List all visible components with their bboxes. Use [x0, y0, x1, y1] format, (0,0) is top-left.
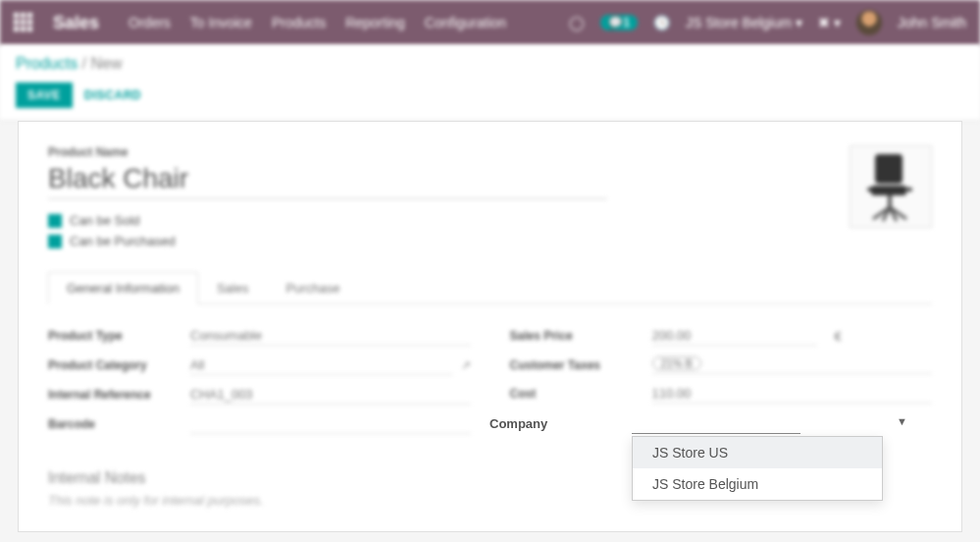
company-switcher[interactable]: JS Store Belgium ▾ [686, 15, 802, 30]
product-type-select[interactable] [190, 326, 471, 346]
apps-icon[interactable] [14, 13, 33, 32]
barcode-label: Barcode [48, 417, 190, 431]
tab-general[interactable]: General Information [48, 272, 198, 304]
breadcrumb: Products / New [16, 55, 964, 73]
breadcrumb-root[interactable]: Products [16, 55, 77, 72]
control-bar: Products / New SAVE DISCARD [0, 45, 980, 121]
product-name-label: Product Name [48, 145, 850, 159]
product-name-input[interactable]: Black Chair [48, 163, 607, 199]
activity-icon[interactable]: 🕓 [653, 15, 670, 30]
dropdown-option-us[interactable]: JS Store US [633, 437, 882, 468]
tabs: General Information Sales Purchase [48, 272, 932, 304]
breadcrumb-current: New [90, 55, 122, 72]
top-navbar: Sales Orders To Invoice Products Reporti… [0, 0, 980, 45]
menu-configuration[interactable]: Configuration [425, 15, 506, 30]
customer-taxes-label: Customer Taxes [510, 358, 652, 372]
avatar[interactable] [856, 10, 882, 35]
app-brand: Sales [53, 13, 99, 33]
tab-purchase[interactable]: Purchase [267, 272, 358, 303]
svg-rect-2 [888, 195, 892, 207]
menu-to-invoice[interactable]: To Invoice [190, 15, 252, 30]
save-button[interactable]: SAVE [16, 82, 73, 108]
discard-button[interactable]: DISCARD [84, 88, 141, 102]
company-label: Company [490, 416, 632, 431]
external-link-icon[interactable]: ↗ [461, 358, 471, 372]
company-input[interactable] [632, 412, 800, 434]
sales-price-label: Sales Price [510, 329, 652, 343]
chevron-down-icon[interactable]: ▼ [897, 415, 907, 427]
barcode-input[interactable] [190, 414, 471, 434]
category-label: Product Category [48, 358, 190, 372]
company-dropdown: JS Store US JS Store Belgium [632, 436, 883, 501]
menu-orders[interactable]: Orders [129, 15, 171, 30]
help-icon[interactable]: ◯ [569, 15, 585, 30]
debug-icon[interactable]: ✖ ▾ [818, 15, 841, 30]
checkbox-icon [48, 214, 62, 228]
svg-rect-7 [867, 188, 873, 191]
chat-badge[interactable]: 💬1 [600, 15, 638, 30]
user-name[interactable]: John Smith [898, 15, 966, 30]
cost-label: Cost [510, 387, 652, 401]
checkbox-icon [48, 235, 62, 248]
can-be-sold-row[interactable]: Can be Sold [48, 213, 850, 228]
chair-icon [861, 150, 920, 223]
svg-rect-8 [906, 188, 912, 191]
main-menu: Orders To Invoice Products Reporting Con… [129, 15, 506, 30]
dropdown-option-belgium[interactable]: JS Store Belgium [633, 468, 882, 500]
product-type-label: Product Type [48, 329, 190, 343]
category-select[interactable] [190, 355, 453, 375]
internal-ref-input[interactable] [190, 385, 471, 405]
tab-sales[interactable]: Sales [198, 272, 268, 303]
product-image[interactable] [850, 145, 932, 228]
svg-rect-1 [871, 186, 906, 195]
tax-tag[interactable]: 21% B [652, 356, 701, 370]
internal-ref-label: Internal Reference [48, 388, 190, 402]
can-be-purchased-row[interactable]: Can be Purchased [48, 234, 850, 248]
cost-input[interactable] [652, 384, 933, 404]
menu-products[interactable]: Products [272, 15, 326, 30]
sales-price-input[interactable] [652, 326, 817, 346]
svg-rect-0 [875, 154, 903, 184]
menu-reporting[interactable]: Reporting [345, 15, 405, 30]
